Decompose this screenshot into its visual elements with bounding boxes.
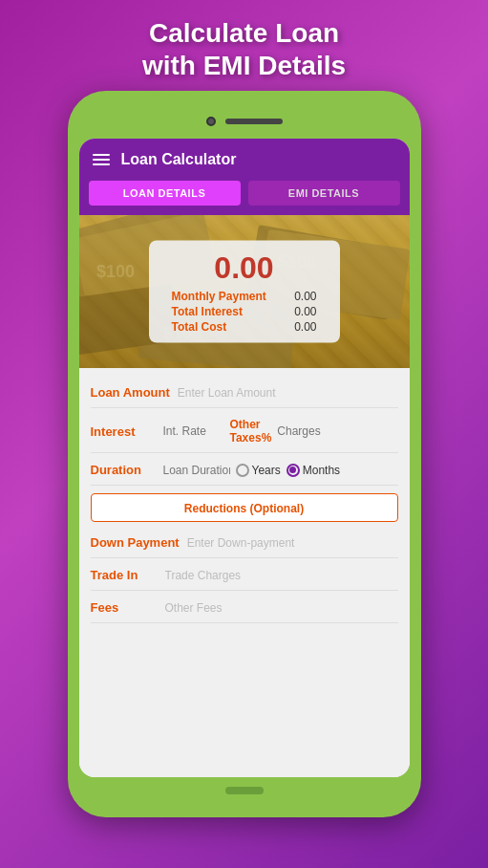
duration-label: Duration [91, 463, 158, 477]
total-interest-value: 0.00 [294, 305, 316, 318]
months-radio-circle [286, 464, 300, 477]
other-taxes-label: Other Taxes% [230, 418, 272, 445]
duration-row: Duration Years Months [91, 455, 398, 486]
monthly-payment-label: Monthly Payment [172, 290, 266, 303]
form-area: Loan Amount Interest Other Taxes% Durati… [79, 368, 410, 777]
down-payment-input[interactable] [187, 536, 398, 550]
phone-top-bar [79, 108, 410, 135]
interest-label: Interest [91, 424, 158, 439]
total-cost-label: Total Cost [172, 320, 227, 334]
months-radio[interactable]: Months [286, 464, 340, 477]
trade-in-row: Trade In [91, 560, 398, 591]
duration-input[interactable] [163, 464, 230, 477]
tab-bar: LOAN DETAILS EMI DETAILS [79, 181, 410, 215]
reductions-label: Reductions (Optional) [184, 502, 304, 515]
down-payment-row: Down Payment [91, 528, 398, 558]
phone-speaker [225, 119, 283, 124]
app-bar-title: Loan Calculator [121, 151, 237, 168]
phone-frame: Loan Calculator LOAN DETAILS EMI DETAILS… [68, 91, 421, 817]
loan-amount-input[interactable] [178, 386, 398, 400]
main-amount: 0.00 [172, 250, 317, 286]
interest-input[interactable] [163, 424, 221, 438]
reductions-header: Reductions (Optional) [91, 493, 398, 522]
interest-row: Interest Other Taxes% [91, 410, 398, 453]
total-interest-label: Total Interest [172, 305, 243, 318]
total-interest-row: Total Interest 0.00 [172, 305, 317, 318]
down-payment-label: Down Payment [91, 535, 180, 550]
years-radio-label: Years [252, 464, 281, 477]
trade-in-label: Trade In [91, 568, 158, 582]
other-taxes-input[interactable] [277, 424, 409, 438]
svg-text:$100: $100 [96, 262, 135, 281]
total-cost-value: 0.00 [294, 320, 316, 334]
fees-row: Fees [91, 593, 398, 623]
monthly-payment-row: Monthly Payment 0.00 [172, 290, 317, 303]
phone-screen: Loan Calculator LOAN DETAILS EMI DETAILS… [79, 139, 410, 777]
fees-label: Fees [91, 600, 158, 615]
tab-loan-details[interactable]: LOAN DETAILS [89, 181, 241, 206]
monthly-payment-value: 0.00 [294, 290, 316, 303]
hamburger-icon[interactable] [93, 154, 110, 165]
years-radio-circle [236, 464, 249, 477]
phone-camera [206, 117, 216, 126]
total-cost-row: Total Cost 0.00 [172, 320, 317, 334]
result-rows: Monthly Payment 0.00 Total Interest 0.00… [172, 290, 317, 334]
phone-bottom [79, 781, 410, 800]
loan-amount-row: Loan Amount [91, 378, 398, 408]
months-radio-label: Months [303, 464, 340, 477]
loan-amount-label: Loan Amount [91, 385, 170, 400]
money-background: $100 $100 $100 0.00 Monthly Payment 0.00… [79, 215, 410, 368]
years-radio[interactable]: Years [236, 464, 281, 477]
fees-input[interactable] [165, 601, 398, 615]
home-button[interactable] [225, 787, 264, 794]
duration-radio-group: Years Months [236, 464, 341, 477]
tab-emi-details[interactable]: EMI DETAILS [248, 181, 400, 206]
result-overlay: 0.00 Monthly Payment 0.00 Total Interest… [149, 241, 340, 343]
trade-in-input[interactable] [165, 569, 398, 582]
app-bar: Loan Calculator [79, 139, 410, 181]
page-title: Calculate Loan with EMI Details [142, 17, 346, 81]
